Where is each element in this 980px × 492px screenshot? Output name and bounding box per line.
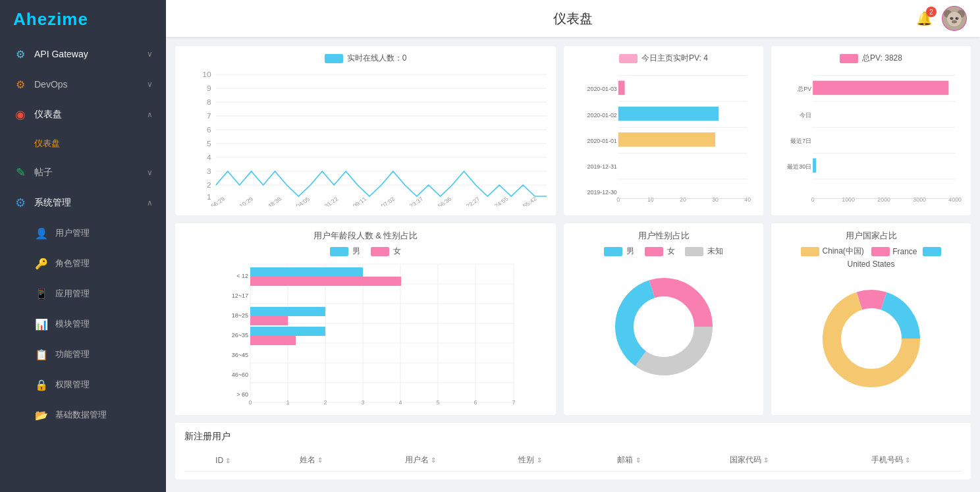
avatar[interactable] xyxy=(942,6,967,31)
total-pv-legend-box xyxy=(840,54,858,63)
svg-text:< 12: < 12 xyxy=(236,273,248,279)
svg-rect-52 xyxy=(618,132,715,147)
devops-icon: ⚙ xyxy=(13,77,28,92)
chart-country-ratio: 用户国家占比 China(中国) France United States xyxy=(771,223,971,415)
svg-text:7: 7 xyxy=(207,113,211,120)
svg-text:5: 5 xyxy=(436,399,439,406)
svg-text:2020-01-03: 2020-01-03 xyxy=(587,86,617,92)
page-title: 仪表盘 xyxy=(553,10,593,28)
svg-point-6 xyxy=(952,20,957,24)
svg-text:5: 5 xyxy=(207,140,211,148)
sidebar-label-posts: 帖子 xyxy=(34,167,53,178)
svg-text:最近7日: 最近7日 xyxy=(790,138,811,144)
chart-total-pv: 总PV: 3828 总PV 今日 最近7日 最近30日 xyxy=(771,46,971,215)
svg-text:11:10:29: 11:10:29 xyxy=(231,196,255,206)
svg-text:2019-12-31: 2019-12-31 xyxy=(587,163,617,170)
svg-text:3: 3 xyxy=(207,168,211,175)
notification-badge: 2 xyxy=(926,7,937,17)
svg-text:15:04:05: 15:04:05 xyxy=(288,196,312,206)
svg-text:0: 0 xyxy=(248,399,252,406)
sort-icon-phone[interactable]: ⇕ xyxy=(905,456,910,464)
app-mgmt-icon: 📱 xyxy=(34,287,49,301)
svg-text:4: 4 xyxy=(207,154,211,161)
svg-text:最近30日: 最近30日 xyxy=(787,163,811,170)
sidebar-label-module-mgmt: 模块管理 xyxy=(55,318,90,330)
gender-ratio-title: 用户性别占比 xyxy=(573,230,754,242)
svg-text:今日: 今日 xyxy=(800,112,811,119)
chart-gender-ratio: 用户性别占比 男 女 未知 xyxy=(564,223,763,415)
avatar-svg xyxy=(942,6,967,31)
col-username: 用户名 ⇕ xyxy=(360,449,481,472)
svg-text:4: 4 xyxy=(398,399,402,406)
sort-icon-gender[interactable]: ⇕ xyxy=(537,456,542,464)
svg-text:3000: 3000 xyxy=(913,196,926,203)
system-mgmt-icon: ⚙ xyxy=(13,196,28,210)
topbar-right: 🔔 2 xyxy=(916,6,967,31)
content-area: 实时在线人数：0 10 9 8 7 xyxy=(166,37,980,492)
svg-text:30: 30 xyxy=(712,196,719,203)
sidebar-item-system-mgmt[interactable]: ⚙ 系统管理 ∧ xyxy=(0,188,166,218)
svg-point-3 xyxy=(947,12,962,26)
svg-text:1: 1 xyxy=(286,399,289,406)
svg-text:8: 8 xyxy=(207,99,211,106)
api-gateway-icon: ⚙ xyxy=(13,47,28,61)
homepage-pv-svg: 2020-01-03 2020-01-02 2020-01-01 2019-12… xyxy=(573,68,754,206)
sidebar-item-perm-mgmt[interactable]: 🔒 权限管理 xyxy=(0,369,166,400)
sort-icon-id[interactable]: ⇕ xyxy=(225,457,231,464)
male-legend-box xyxy=(330,247,348,256)
gender-unknown-label: 未知 xyxy=(707,246,723,257)
svg-point-4 xyxy=(950,17,954,20)
sort-icon-name[interactable]: ⇕ xyxy=(317,456,323,464)
male-legend-label: 男 xyxy=(352,246,360,257)
sidebar-item-app-mgmt[interactable]: 📱 应用管理 xyxy=(0,279,166,309)
realtime-line-svg: 10 9 8 7 6 5 4 3 2 1 10:56:29 11:10:29 xyxy=(184,68,547,206)
svg-text:18~25: 18~25 xyxy=(232,312,248,319)
charts-row-2: 用户年龄段人数 & 性别占比 男 女 < 12 12~17 18~2 xyxy=(175,223,971,415)
gender-male-legend xyxy=(604,247,622,256)
gender-unknown-legend xyxy=(685,247,703,256)
sidebar-item-dashboard-parent[interactable]: ◉ 仪表盘 ∧ xyxy=(0,99,166,130)
gender-female-legend xyxy=(645,247,663,256)
homepage-pv-legend: 今日主页实时PV: 4 xyxy=(573,53,754,64)
female-legend-label: 女 xyxy=(393,246,401,257)
sidebar-label-devops: DevOps xyxy=(34,79,68,90)
notification-button[interactable]: 🔔 2 xyxy=(916,11,933,26)
svg-rect-104 xyxy=(250,336,296,345)
sort-icon-username[interactable]: ⇕ xyxy=(431,456,436,464)
charts-row-1: 实时在线人数：0 10 9 8 7 xyxy=(175,46,971,215)
svg-text:03:24:55: 03:24:55 xyxy=(486,196,510,206)
sidebar-item-func-mgmt[interactable]: 📋 功能管理 xyxy=(0,339,166,369)
svg-text:> 60: > 60 xyxy=(236,391,248,398)
gender-male-label: 男 xyxy=(626,246,634,257)
sidebar-item-devops[interactable]: ⚙ DevOps ∨ xyxy=(0,69,166,99)
svg-rect-99 xyxy=(250,267,363,277)
homepage-pv-legend-box xyxy=(619,54,638,63)
svg-rect-101 xyxy=(250,307,325,316)
country-donut-wrap xyxy=(780,273,962,404)
realtime-legend-label: 实时在线人数：0 xyxy=(347,53,407,64)
sidebar-label-app-mgmt: 应用管理 xyxy=(55,288,90,300)
col-phone: 手机号码 ⇕ xyxy=(820,449,962,472)
table-header-row: ID ⇕ 姓名 ⇕ 用户名 ⇕ 性别 ⇕ xyxy=(184,449,962,472)
svg-text:1000: 1000 xyxy=(842,196,855,203)
sidebar-item-api-gateway[interactable]: ⚙ API Gateway ∨ xyxy=(0,39,166,69)
app-logo: Ahezime xyxy=(0,0,166,39)
svg-rect-100 xyxy=(250,277,401,286)
svg-point-116 xyxy=(635,298,693,356)
svg-point-120 xyxy=(842,310,900,368)
svg-text:13:48:38: 13:48:38 xyxy=(259,196,283,206)
sidebar-label-api-gateway: API Gateway xyxy=(34,49,88,59)
sidebar-label-basic-data: 基础数据管理 xyxy=(55,409,107,421)
svg-text:36~45: 36~45 xyxy=(232,352,248,358)
sidebar-item-dashboard-sub[interactable]: 仪表盘 xyxy=(0,130,166,157)
sidebar-item-posts[interactable]: ✎ 帖子 ∨ xyxy=(0,157,166,188)
sidebar-item-module-mgmt[interactable]: 📊 模块管理 xyxy=(0,309,166,339)
sidebar-item-role-mgmt[interactable]: 🔑 角色管理 xyxy=(0,248,166,279)
sidebar-item-basic-data[interactable]: 📂 基础数据管理 xyxy=(0,400,166,430)
sort-icon-country-code[interactable]: ⇕ xyxy=(763,456,769,464)
arrow-posts: ∨ xyxy=(147,168,153,177)
svg-text:7: 7 xyxy=(512,399,515,406)
sidebar-item-user-mgmt[interactable]: 👤 用户管理 xyxy=(0,218,166,248)
svg-text:17:56:36: 17:56:36 xyxy=(429,196,453,206)
sort-icon-email[interactable]: ⇕ xyxy=(636,456,641,464)
